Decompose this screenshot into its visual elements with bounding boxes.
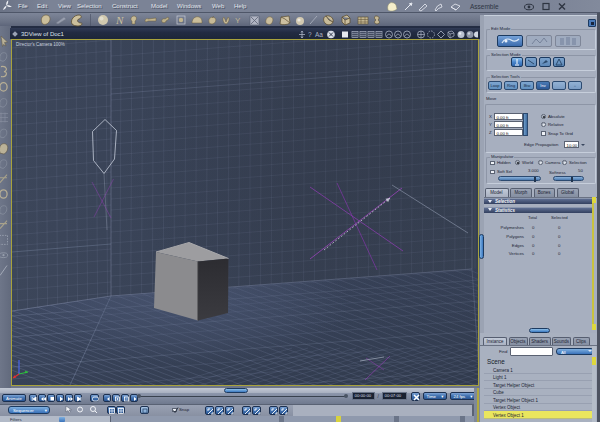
svg-text:N: N: [115, 14, 124, 26]
svg-text:?: ?: [308, 31, 312, 38]
svg-text:Aa: Aa: [315, 31, 323, 38]
svg-text:Y: Y: [235, 16, 241, 25]
